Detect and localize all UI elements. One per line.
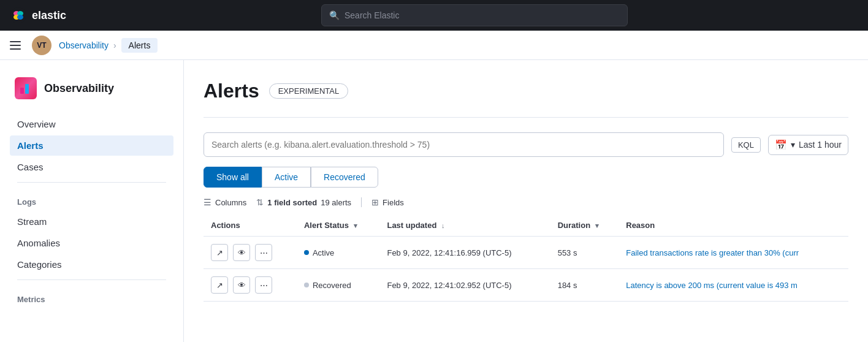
elastic-logo-icon xyxy=(10,7,27,24)
columns-label: Columns xyxy=(215,198,246,207)
sort-icon-duration: ▾ xyxy=(595,222,599,229)
svg-rect-5 xyxy=(20,88,24,94)
fields-button[interactable]: ⊞ Fields xyxy=(371,197,404,207)
top-nav: elastic 🔍 Search Elastic xyxy=(0,0,868,31)
search-bar-container: 🔍 Search Elastic xyxy=(91,4,858,26)
view-icon-row-2[interactable]: 👁 xyxy=(233,276,250,294)
sidebar-divider-1 xyxy=(17,182,166,183)
expand-icon-row-2[interactable]: ↗ xyxy=(211,276,228,294)
page-header: Alerts EXPERIMENTAL xyxy=(204,80,848,102)
status-dot-active-row-1 xyxy=(304,250,309,255)
elastic-logo: elastic xyxy=(10,7,83,24)
time-filter-label: Last 1 hour xyxy=(799,140,842,150)
calendar-icon: 📅 xyxy=(775,139,787,151)
table-body: ↗ 👁 ⋯ Active Feb 9, 2022, 12:41:16.959 (… xyxy=(204,237,848,302)
row-1-last-updated: Feb 9, 2022, 12:41:16.959 (UTC-5) xyxy=(379,237,550,269)
action-icons-row-1: ↗ 👁 ⋯ xyxy=(211,244,289,261)
sidebar-item-alerts[interactable]: Alerts xyxy=(10,135,173,156)
row-1-duration: 553 s xyxy=(550,237,619,269)
breadcrumb-alerts[interactable]: Alerts xyxy=(121,38,158,53)
sidebar-section-logs: Logs xyxy=(10,188,173,211)
row-2-actions: ↗ 👁 ⋯ xyxy=(204,269,297,302)
filter-tab-show-all[interactable]: Show all xyxy=(204,167,262,188)
sorted-label: 1 field sorted xyxy=(267,198,317,207)
sidebar-item-anomalies[interactable]: Anomalies xyxy=(10,233,173,253)
sidebar-section-metrics: Metrics xyxy=(10,285,173,309)
alerts-search-input[interactable] xyxy=(204,132,724,157)
time-filter-button[interactable]: 📅 ▾ Last 1 hour xyxy=(768,135,848,155)
sidebar-divider-2 xyxy=(17,279,166,280)
col-header-last-updated[interactable]: Last updated ↓ xyxy=(379,215,550,237)
fields-label: Fields xyxy=(383,198,404,207)
reason-link-row-1[interactable]: Failed transactions rate is greater than… xyxy=(626,248,822,257)
status-dot-recovered-row-2 xyxy=(304,283,309,287)
more-icon-row-1[interactable]: ⋯ xyxy=(255,244,272,261)
sidebar-item-overview[interactable]: Overview xyxy=(10,114,173,134)
sidebar-item-stream[interactable]: Stream xyxy=(10,211,173,232)
sort-icon-status: ▾ xyxy=(354,222,357,229)
breadcrumb-observability[interactable]: Observability xyxy=(59,40,108,50)
user-avatar[interactable]: VT xyxy=(32,36,51,55)
breadcrumb-separator: › xyxy=(113,40,116,50)
col-header-actions: Actions xyxy=(204,215,297,237)
row-2-last-updated: Feb 9, 2022, 12:41:02.952 (UTC-5) xyxy=(379,269,550,302)
observability-icon xyxy=(19,82,32,95)
col-header-alert-status[interactable]: Alert Status ▾ xyxy=(297,215,380,237)
filter-tab-recovered[interactable]: Recovered xyxy=(311,167,378,188)
table-header: Actions Alert Status ▾ Last updated ↓ Du… xyxy=(204,215,848,237)
row-1-actions: ↗ 👁 ⋯ xyxy=(204,237,297,269)
table-row: ↗ 👁 ⋯ Active Feb 9, 2022, 12:41:16.959 (… xyxy=(204,237,848,269)
reason-link-row-2[interactable]: Latency is above 200 ms (current value i… xyxy=(626,281,822,290)
more-icon-row-2[interactable]: ⋯ xyxy=(255,276,272,294)
columns-icon: ☰ xyxy=(204,197,211,207)
page-title: Alerts xyxy=(204,80,259,102)
action-icons-row-2: ↗ 👁 ⋯ xyxy=(211,276,289,294)
fields-icon: ⊞ xyxy=(371,197,379,207)
status-label-row-1: Active xyxy=(313,248,334,257)
sidebar-item-cases[interactable]: Cases xyxy=(10,157,173,177)
hamburger-menu[interactable] xyxy=(10,39,22,51)
sort-button[interactable]: ⇅ 1 field sorted 19 alerts xyxy=(256,197,351,207)
page-divider xyxy=(204,117,848,118)
sidebar-header: Observability xyxy=(0,72,183,114)
experimental-badge: EXPERIMENTAL xyxy=(269,83,348,99)
sidebar: Observability Overview Alerts Cases Logs… xyxy=(0,60,184,342)
row-1-reason: Failed transactions rate is greater than… xyxy=(619,237,848,269)
alerts-count: 19 alerts xyxy=(321,198,351,207)
search-placeholder: Search Elastic xyxy=(345,10,399,20)
status-label-row-2: Recovered xyxy=(313,281,351,290)
chevron-down-icon: ▾ xyxy=(791,140,795,150)
sort-icon-updated: ↓ xyxy=(441,222,445,229)
row-1-status: Active xyxy=(297,237,380,269)
col-header-duration[interactable]: Duration ▾ xyxy=(550,215,619,237)
global-search-bar[interactable]: 🔍 Search Elastic xyxy=(321,4,628,26)
filter-tabs: Show all Active Recovered xyxy=(204,167,848,188)
sidebar-title: Observability xyxy=(44,82,114,95)
kql-badge[interactable]: KQL xyxy=(731,137,761,153)
user-initials: VT xyxy=(37,41,46,50)
sort-icon: ⇅ xyxy=(256,197,264,207)
sidebar-nav: Overview Alerts Cases Logs Stream Anomal… xyxy=(0,114,183,309)
table-toolbar: ☰ Columns ⇅ 1 field sorted 19 alerts ⊞ F… xyxy=(204,197,848,207)
row-2-reason: Latency is above 200 ms (current value i… xyxy=(619,269,848,302)
main-layout: Observability Overview Alerts Cases Logs… xyxy=(0,60,868,342)
main-content: Alerts EXPERIMENTAL KQL 📅 ▾ Last 1 hour … xyxy=(184,60,868,342)
row-2-status: Recovered xyxy=(297,269,380,302)
row-2-duration: 184 s xyxy=(550,269,619,302)
toolbar-separator xyxy=(361,197,362,207)
sidebar-item-categories[interactable]: Categories xyxy=(10,254,173,275)
sidebar-logo xyxy=(15,77,37,99)
table-row: ↗ 👁 ⋯ Recovered Feb 9, 2022, 12:41:02.95… xyxy=(204,269,848,302)
filter-tab-active[interactable]: Active xyxy=(262,167,311,188)
search-icon: 🔍 xyxy=(329,10,340,20)
logo-text: elastic xyxy=(32,9,66,22)
search-row: KQL 📅 ▾ Last 1 hour xyxy=(204,132,848,157)
view-icon-row-1[interactable]: 👁 xyxy=(233,244,250,261)
alerts-table: Actions Alert Status ▾ Last updated ↓ Du… xyxy=(204,215,848,302)
columns-button[interactable]: ☰ Columns xyxy=(204,197,246,207)
svg-point-4 xyxy=(17,15,23,20)
expand-icon-row-1[interactable]: ↗ xyxy=(211,244,228,261)
svg-rect-6 xyxy=(25,84,29,94)
breadcrumb-bar: VT Observability › Alerts xyxy=(0,31,868,60)
col-header-reason: Reason xyxy=(619,215,848,237)
